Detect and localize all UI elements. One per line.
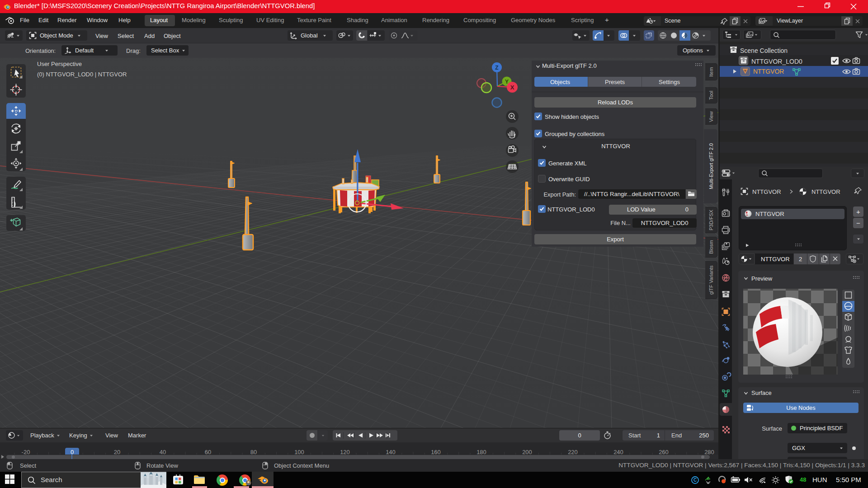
svg-text:Z: Z (495, 65, 498, 71)
svg-text:X: X (510, 84, 514, 91)
svg-text:C: C (693, 478, 697, 483)
